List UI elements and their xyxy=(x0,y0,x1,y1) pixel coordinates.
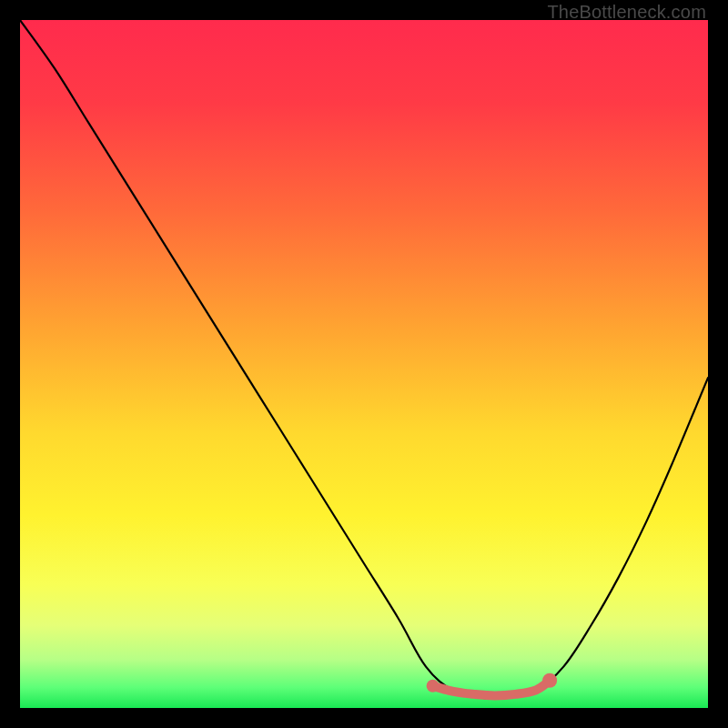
plot-area xyxy=(20,20,708,708)
chart-frame: { "watermark": "TheBottleneck.com", "col… xyxy=(0,0,728,728)
optimal-range-markers xyxy=(427,673,558,696)
optimal-range-endpoint xyxy=(427,680,440,693)
bottleneck-curve xyxy=(20,20,708,699)
curve-layer xyxy=(20,20,708,708)
optimal-range-endpoint xyxy=(542,673,557,688)
optimal-range-line xyxy=(433,681,551,696)
